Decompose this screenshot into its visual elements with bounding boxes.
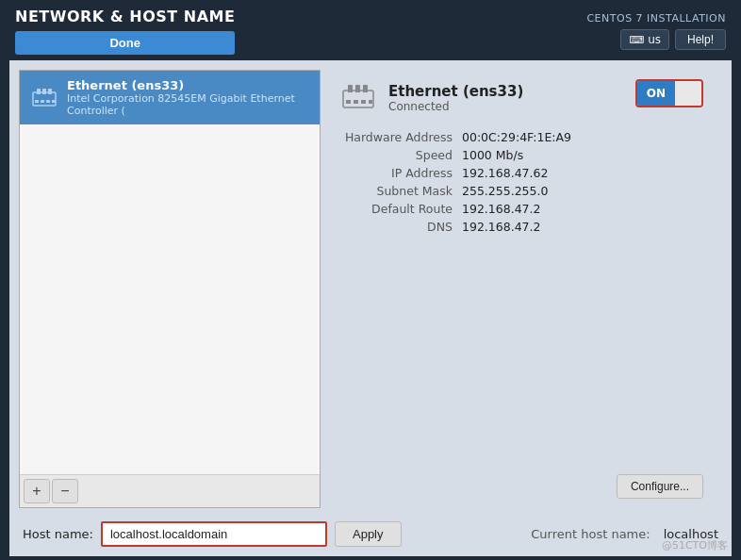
watermark: @51CTO博客 bbox=[662, 538, 728, 552]
svg-rect-5 bbox=[41, 100, 44, 103]
interface-name: Ethernet (ens33) bbox=[388, 83, 523, 100]
ip-address-label: IP Address bbox=[339, 166, 462, 180]
toggle-off-area bbox=[675, 81, 701, 106]
network-list-body bbox=[20, 124, 320, 474]
content-area: Ethernet (ens33) Intel Corporation 82545… bbox=[19, 70, 722, 508]
toggle-on-label: ON bbox=[637, 81, 675, 106]
info-table: Hardware Address 00:0C:29:4F:1E:A9 Speed… bbox=[339, 130, 703, 234]
svg-rect-10 bbox=[355, 85, 360, 92]
hostname-input[interactable] bbox=[101, 521, 327, 547]
details-title-text: Ethernet (ens33) Connected bbox=[388, 83, 523, 113]
svg-rect-6 bbox=[46, 100, 50, 103]
header: NETWORK & HOST NAME Done CENTOS 7 INSTAL… bbox=[0, 0, 741, 60]
main-content: Ethernet (ens33) Intel Corporation 82545… bbox=[9, 60, 732, 556]
details-header: Ethernet (ens33) Connected ON bbox=[339, 79, 703, 117]
dns-value: 192.168.47.2 bbox=[462, 220, 703, 234]
svg-rect-0 bbox=[33, 92, 56, 106]
lang-value: us bbox=[648, 33, 661, 46]
default-route-label: Default Route bbox=[339, 202, 462, 216]
default-route-value: 192.168.47.2 bbox=[462, 202, 703, 216]
svg-rect-14 bbox=[361, 100, 366, 104]
centos-label: CENTOS 7 INSTALLATION bbox=[586, 12, 726, 25]
network-item-text: Ethernet (ens33) Intel Corporation 82545… bbox=[67, 78, 310, 117]
network-item-desc: Intel Corporation 82545EM Gigabit Ethern… bbox=[67, 92, 310, 117]
connection-status: Connected bbox=[388, 100, 523, 113]
svg-rect-13 bbox=[354, 100, 358, 104]
hardware-address-label: Hardware Address bbox=[339, 130, 462, 144]
toggle-switch[interactable]: ON bbox=[635, 79, 703, 107]
ip-address-value: 192.168.47.62 bbox=[462, 166, 703, 180]
subnet-mask-label: Subnet Mask bbox=[339, 184, 462, 198]
svg-rect-4 bbox=[35, 100, 39, 103]
add-network-button[interactable]: + bbox=[24, 479, 50, 503]
configure-button[interactable]: Configure... bbox=[617, 474, 703, 499]
hardware-address-value: 00:0C:29:4F:1E:A9 bbox=[462, 130, 703, 144]
ethernet-detail-icon bbox=[339, 79, 377, 117]
hostname-label: Host name: bbox=[23, 527, 93, 541]
network-list-panel: Ethernet (ens33) Intel Corporation 82545… bbox=[19, 70, 321, 508]
help-button[interactable]: Help! bbox=[675, 29, 726, 50]
details-title-area: Ethernet (ens33) Connected bbox=[339, 79, 523, 117]
speed-label: Speed bbox=[339, 148, 462, 162]
done-button[interactable]: Done bbox=[15, 31, 235, 55]
ethernet-list-icon bbox=[29, 85, 59, 111]
header-controls: ⌨ us Help! bbox=[620, 29, 726, 50]
svg-rect-8 bbox=[343, 91, 373, 107]
svg-rect-11 bbox=[363, 85, 368, 92]
remove-network-button[interactable]: − bbox=[52, 479, 78, 503]
speed-value: 1000 Mb/s bbox=[462, 148, 703, 162]
svg-rect-9 bbox=[348, 85, 353, 92]
language-selector[interactable]: ⌨ us bbox=[620, 29, 669, 50]
apply-button[interactable]: Apply bbox=[335, 521, 402, 547]
subnet-mask-value: 255.255.255.0 bbox=[462, 184, 703, 198]
dns-label: DNS bbox=[339, 220, 462, 234]
bottom-bar: Host name: Apply Current host name: loca… bbox=[19, 514, 722, 547]
svg-rect-12 bbox=[346, 100, 351, 104]
network-list-footer: + − bbox=[20, 474, 320, 507]
header-left: NETWORK & HOST NAME Done bbox=[15, 8, 235, 55]
current-hostname-label: Current host name: bbox=[531, 527, 650, 541]
page-title: NETWORK & HOST NAME bbox=[15, 8, 235, 25]
svg-rect-3 bbox=[48, 89, 52, 94]
svg-rect-7 bbox=[52, 100, 56, 103]
details-panel: Ethernet (ens33) Connected ON Hardware A… bbox=[321, 70, 722, 508]
header-right: CENTOS 7 INSTALLATION ⌨ us Help! bbox=[586, 12, 726, 50]
network-item-name: Ethernet (ens33) bbox=[67, 78, 310, 92]
svg-rect-1 bbox=[37, 89, 41, 94]
svg-rect-15 bbox=[369, 100, 372, 104]
svg-rect-2 bbox=[42, 89, 46, 94]
keyboard-icon: ⌨ bbox=[629, 34, 644, 46]
network-list-item[interactable]: Ethernet (ens33) Intel Corporation 82545… bbox=[20, 71, 320, 124]
